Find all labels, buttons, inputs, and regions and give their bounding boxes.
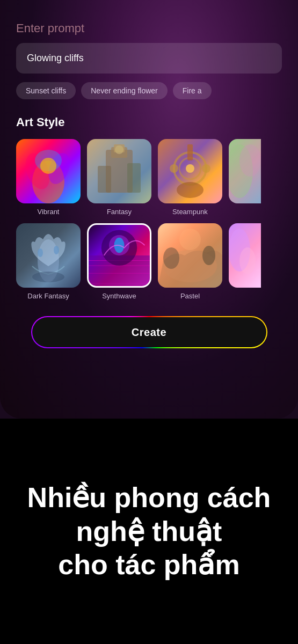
art-card-synthwave[interactable]: Synthwave <box>87 223 151 300</box>
create-button-wrapper: Create <box>31 316 267 348</box>
svg-point-17 <box>202 164 210 173</box>
promo-section: Nhiều phong cách nghệ thuật cho tác phẩm <box>0 419 298 644</box>
art-style-row-2: Dark Fantasy Synthwave <box>16 223 282 300</box>
promo-text: Nhiều phong cách nghệ thuật cho tác phẩm <box>27 481 271 581</box>
promo-line1: Nhiều phong cách <box>27 482 271 513</box>
art-card-unknown2[interactable] <box>229 223 261 300</box>
chips-row: Sunset cliffs Never ending flower Fire a <box>16 82 282 99</box>
svg-point-10 <box>115 145 123 154</box>
svg-point-16 <box>170 164 178 173</box>
art-label-synthwave: Synthwave <box>102 292 136 300</box>
svg-point-35 <box>179 229 201 250</box>
art-style-row-1: Vibrant Fantasy <box>16 139 282 216</box>
create-button-container: Create <box>16 316 282 348</box>
art-style-title: Art Style <box>16 115 282 129</box>
art-label-pastel: Pastel <box>180 292 200 300</box>
svg-point-13 <box>186 164 194 173</box>
svg-point-33 <box>163 247 179 269</box>
art-label-fantasy: Fantasy <box>107 208 132 216</box>
promo-line3: cho tác phẩm <box>58 549 239 580</box>
svg-rect-8 <box>98 166 111 193</box>
art-label-steampunk: Steampunk <box>172 208 208 216</box>
chip-flower[interactable]: Never ending flower <box>81 82 168 99</box>
prompt-input[interactable]: Glowing cliffs <box>16 43 282 74</box>
svg-rect-14 <box>187 144 193 160</box>
create-button[interactable]: Create <box>32 317 266 347</box>
svg-point-37 <box>239 247 256 274</box>
art-label-vibrant: Vibrant <box>38 208 60 216</box>
chip-fire[interactable]: Fire a <box>173 82 212 99</box>
chip-sunset[interactable]: Sunset cliffs <box>16 82 76 99</box>
svg-point-15 <box>177 182 203 198</box>
svg-point-4 <box>40 158 56 174</box>
prompt-label: Enter prompt <box>16 21 282 35</box>
svg-point-21 <box>38 248 43 257</box>
art-card-darkfantasy[interactable]: Dark Fantasy <box>16 223 81 300</box>
art-card-vibrant[interactable]: Vibrant <box>16 139 81 216</box>
art-card-pastel[interactable]: Pastel <box>158 223 222 300</box>
svg-point-34 <box>202 246 215 265</box>
art-card-unknown1[interactable] <box>229 139 261 216</box>
create-button-label: Create <box>132 326 166 339</box>
create-button-rainbow-border: Create <box>31 316 267 348</box>
promo-line2: nghệ thuật <box>76 516 222 547</box>
svg-point-23 <box>32 272 64 282</box>
svg-point-22 <box>54 246 59 254</box>
svg-point-19 <box>239 144 261 177</box>
art-card-steampunk[interactable]: Steampunk <box>158 139 222 216</box>
art-card-fantasy[interactable]: Fantasy <box>87 139 151 216</box>
svg-rect-9 <box>127 163 141 193</box>
art-label-darkfantasy: Dark Fantasy <box>27 292 69 300</box>
